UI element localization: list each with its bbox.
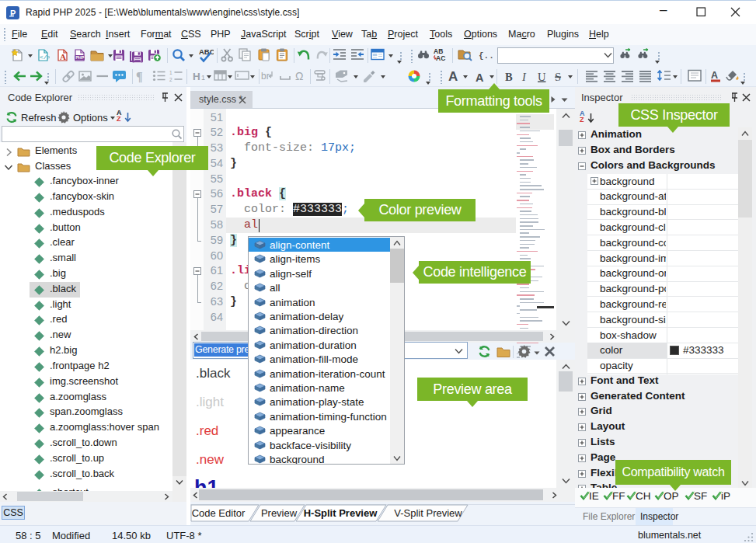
svg-text:A: A bbox=[711, 70, 718, 81]
svg-text:2: 2 bbox=[169, 77, 172, 82]
svg-text:I: I bbox=[521, 71, 527, 83]
svg-text:¶: ¶ bbox=[136, 70, 143, 83]
svg-text:Code Editor: Code Editor bbox=[192, 507, 246, 519]
svg-text:H: H bbox=[193, 71, 200, 82]
svg-text:B: B bbox=[505, 71, 513, 83]
svg-text:A: A bbox=[476, 71, 484, 84]
svg-text:{..}: {..} bbox=[479, 51, 494, 61]
svg-text:Ω: Ω bbox=[295, 70, 303, 82]
svg-text:H-Split Preview: H-Split Preview bbox=[304, 507, 378, 519]
svg-text:</>: </> bbox=[40, 54, 50, 61]
svg-text:S: S bbox=[555, 71, 561, 83]
svg-text:ABC: ABC bbox=[199, 47, 214, 56]
svg-text:PHP: PHP bbox=[75, 55, 85, 60]
svg-text:U: U bbox=[538, 71, 546, 83]
svg-text:AC: AC bbox=[436, 54, 445, 62]
svg-text:V-Split Preview: V-Split Preview bbox=[394, 507, 462, 519]
svg-text:1: 1 bbox=[169, 70, 172, 75]
svg-text:1: 1 bbox=[201, 74, 205, 82]
svg-text:A: A bbox=[448, 69, 458, 84]
svg-text:Preview: Preview bbox=[261, 507, 298, 519]
svg-text:A: A bbox=[60, 52, 66, 61]
svg-text:br: br bbox=[261, 71, 270, 82]
